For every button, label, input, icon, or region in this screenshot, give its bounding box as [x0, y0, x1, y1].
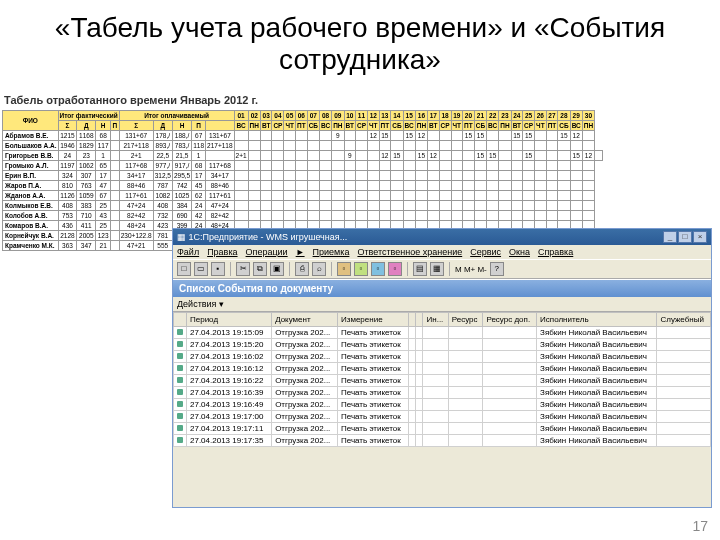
grid-row[interactable]: 27.04.2013 19:17:00Отгрузка 202...Печать… — [174, 411, 711, 423]
menu-item[interactable]: Правка — [207, 247, 237, 257]
grid-row[interactable]: 27.04.2013 19:17:11Отгрузка 202...Печать… — [174, 423, 711, 435]
help-icon[interactable]: ? — [490, 262, 504, 276]
action3-icon[interactable]: ▫ — [371, 262, 385, 276]
grid-column[interactable]: Документ — [272, 313, 338, 327]
action1-icon[interactable]: ▫ — [337, 262, 351, 276]
employee-name: Ерин В.П. — [3, 171, 59, 181]
paste-icon[interactable]: ▣ — [270, 262, 284, 276]
grid-row[interactable]: 27.04.2013 19:17:35Отгрузка 202...Печать… — [174, 435, 711, 447]
employee-name: Григорьев В.В. — [3, 151, 59, 161]
menubar[interactable]: ФайлПравкаОперации►ПриемкаОтветственное … — [173, 245, 711, 259]
actions-bar[interactable]: Действия ▾ — [173, 297, 711, 312]
grid-column[interactable] — [408, 313, 415, 327]
employee-name: Колмыков Е.В. — [3, 201, 59, 211]
new-icon[interactable]: □ — [177, 262, 191, 276]
employee-name: Громыко А.Л. — [3, 161, 59, 171]
grid-row[interactable]: 27.04.2013 19:15:20Отгрузка 202...Печать… — [174, 339, 711, 351]
grid-column[interactable]: Период — [187, 313, 272, 327]
titlebar: ▦ 1С:Предприятие - WMS игрушечная... _ □… — [173, 229, 711, 245]
save-icon[interactable]: ▪ — [211, 262, 225, 276]
grid-row[interactable]: 27.04.2013 19:16:12Отгрузка 202...Печать… — [174, 363, 711, 375]
calendar-icon[interactable]: ▦ — [430, 262, 444, 276]
menu-item[interactable]: ► — [296, 247, 305, 257]
grid-column[interactable] — [416, 313, 423, 327]
grid-row[interactable]: 27.04.2013 19:16:02Отгрузка 202...Печать… — [174, 351, 711, 363]
grid-row[interactable]: 27.04.2013 19:16:39Отгрузка 202...Печать… — [174, 387, 711, 399]
grid-column[interactable]: Ресурс — [448, 313, 483, 327]
toolbar[interactable]: □ ▭ ▪ ✂ ⧉ ▣ ⎙ ⌕ ▫ ▫ ▫ ▫ ▤ ▦ М М+ М- ? — [173, 259, 711, 279]
actions-menu[interactable]: Действия ▾ — [177, 299, 224, 309]
calc-icon[interactable]: ▤ — [413, 262, 427, 276]
menu-item[interactable]: Приемка — [313, 247, 350, 257]
menu-item[interactable]: Файл — [177, 247, 199, 257]
app-window: ▦ 1С:Предприятие - WMS игрушечная... _ □… — [172, 228, 712, 508]
menu-item[interactable]: Ответственное хранение — [357, 247, 462, 257]
events-grid[interactable]: ПериодДокументИзмерениеИн...РесурсРесурс… — [173, 312, 711, 447]
preview-icon[interactable]: ⌕ — [312, 262, 326, 276]
menu-item[interactable]: Операции — [246, 247, 288, 257]
copy-icon[interactable]: ⧉ — [253, 262, 267, 276]
action2-icon[interactable]: ▫ — [354, 262, 368, 276]
grid-row[interactable]: 27.04.2013 19:16:49Отгрузка 202...Печать… — [174, 399, 711, 411]
grid-row[interactable]: 27.04.2013 19:15:09Отгрузка 202...Печать… — [174, 327, 711, 339]
employee-name: Абрамов В.Е. — [3, 131, 59, 141]
timesheet-title: Табель отработанного времени Январь 2012… — [2, 90, 430, 110]
grid-column[interactable]: Исполнитель — [537, 313, 657, 327]
grid-column[interactable]: Ин... — [423, 313, 448, 327]
maximize-button[interactable]: □ — [678, 231, 692, 243]
employee-name: Комаров В.А. — [3, 221, 59, 231]
menu-item[interactable]: Окна — [509, 247, 530, 257]
timesheet-panel: Табель отработанного времени Январь 2012… — [2, 90, 430, 251]
employee-name: Корнейчук В.А. — [3, 231, 59, 241]
slide-title: «Табель учета рабочего времени» и «Событ… — [0, 0, 720, 84]
grid-column[interactable]: Измерение — [337, 313, 408, 327]
app-icon: ▦ 1С:Предприятие - WMS игрушечная... — [177, 232, 347, 242]
open-icon[interactable]: ▭ — [194, 262, 208, 276]
employee-name: Крамченко М.К. — [3, 241, 59, 251]
menu-item[interactable]: Справка — [538, 247, 573, 257]
grid-column[interactable]: Служебный — [657, 313, 711, 327]
close-button[interactable]: × — [693, 231, 707, 243]
section-header: Список События по документу — [173, 279, 711, 297]
employee-name: Большаков А.А. — [3, 141, 59, 151]
grid-row[interactable]: 27.04.2013 19:16:22Отгрузка 202...Печать… — [174, 375, 711, 387]
print-icon[interactable]: ⎙ — [295, 262, 309, 276]
grid-column[interactable]: Ресурс доп. — [483, 313, 537, 327]
m-label: М М+ М- — [455, 265, 487, 274]
page-number: 17 — [692, 518, 708, 534]
minimize-button[interactable]: _ — [663, 231, 677, 243]
employee-name: Жаров П.А. — [3, 181, 59, 191]
menu-item[interactable]: Сервис — [470, 247, 501, 257]
employee-name: Колобов А.В. — [3, 211, 59, 221]
employee-name: Жданов А.А. — [3, 191, 59, 201]
action4-icon[interactable]: ▫ — [388, 262, 402, 276]
grid-column[interactable] — [174, 313, 187, 327]
cut-icon[interactable]: ✂ — [236, 262, 250, 276]
app-title: 1С:Предприятие - WMS игрушечная... — [189, 232, 348, 242]
